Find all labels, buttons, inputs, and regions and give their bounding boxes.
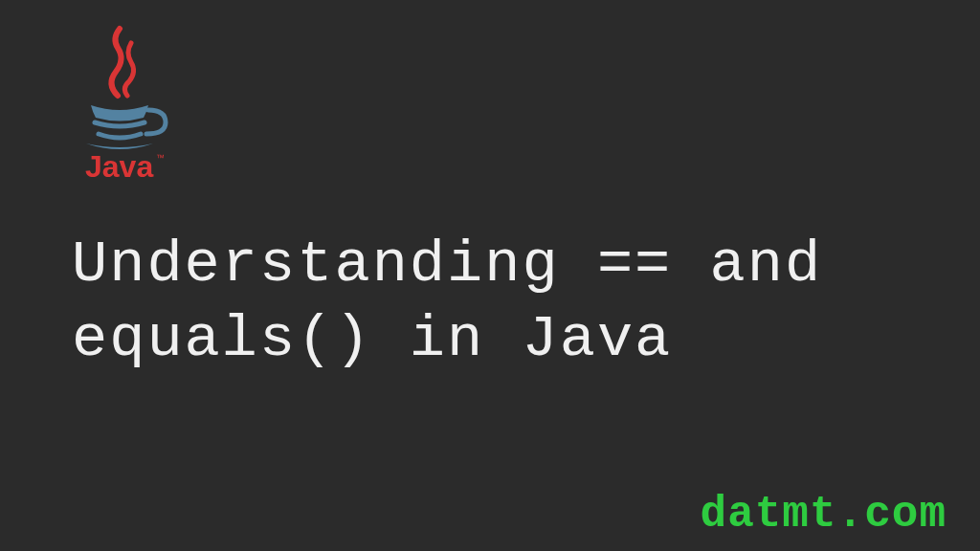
title-text: Understanding == and equals() in Java: [72, 231, 822, 373]
svg-text:™: ™: [156, 153, 165, 163]
page-title: Understanding == and equals() in Java: [72, 228, 822, 376]
website-text: datmt.com: [701, 490, 947, 540]
java-logo-text: Java: [85, 149, 153, 182]
java-logo: Java ™: [72, 19, 177, 187]
website-url: datmt.com: [701, 490, 947, 540]
java-logo-svg: Java ™: [72, 19, 177, 182]
